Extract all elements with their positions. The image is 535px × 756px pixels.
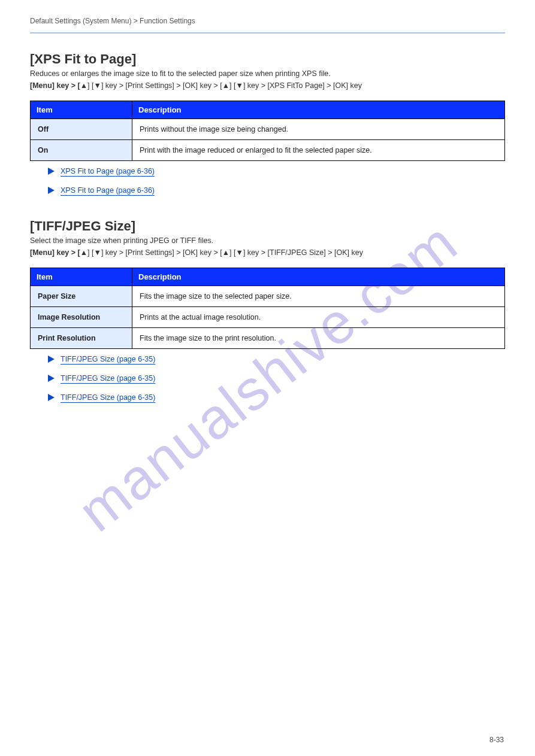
link-row: TIFF/JPEG Size (page 6-35): [48, 355, 505, 363]
page-number: 8-33: [489, 736, 504, 744]
table-tiff: Item Description Paper Size Fits the ima…: [30, 268, 505, 349]
down-arrow-icon: ▼: [236, 81, 243, 90]
cell-key: Image Resolution: [31, 307, 132, 328]
config-text: ] key > [Print Settings] > [OK] key > [: [101, 81, 222, 90]
config-text2: ] key > [TIFF/JPEG Size] > [OK] key: [243, 248, 363, 257]
cross-ref-link[interactable]: XPS Fit to Page (page 6-36): [61, 167, 155, 175]
cross-ref-link[interactable]: TIFF/JPEG Size (page 6-35): [61, 355, 155, 363]
up-arrow-icon: ▲: [80, 248, 87, 257]
section-title-xps: [XPS Fit to Page]: [30, 51, 505, 67]
link-list-tiff: TIFF/JPEG Size (page 6-35) TIFF/JPEG Siz…: [48, 355, 505, 402]
cell-value: Prints at the actual image resolution.: [132, 307, 505, 328]
arrow-icon: [48, 187, 55, 194]
section-desc-tiff: Select the image size when printing JPEG…: [30, 236, 505, 245]
cross-ref-link[interactable]: TIFF/JPEG Size (page 6-35): [61, 374, 155, 382]
table-row: Print Resolution Fits the image size to …: [31, 328, 505, 349]
down-arrow-icon: ▼: [94, 81, 101, 90]
section-title-tiff: [TIFF/JPEG Size]: [30, 218, 505, 234]
th-item: Item: [31, 268, 132, 286]
section-desc-xps: Reduces or enlarges the image size to fi…: [30, 69, 505, 78]
config-path-tiff: [Menu] key > [▲] [▼] key > [Print Settin…: [30, 248, 505, 257]
config-path-xps: [Menu] key > [▲] [▼] key > [Print Settin…: [30, 81, 505, 90]
cell-key: Off: [31, 119, 132, 140]
down-arrow-icon: ▼: [236, 248, 243, 257]
config-label: [Menu] key > [: [30, 81, 80, 90]
arrow-icon: [48, 394, 55, 401]
arrow-icon: [48, 375, 55, 382]
cell-key: Paper Size: [31, 286, 132, 307]
th-description: Description: [132, 268, 505, 286]
cell-value: Fits the image size to the print resolut…: [132, 328, 505, 349]
link-row: XPS Fit to Page (page 6-36): [48, 186, 505, 195]
header-breadcrumb: Default Settings (System Menu) > Functio…: [30, 17, 195, 25]
page-header: Default Settings (System Menu) > Functio…: [30, 17, 505, 29]
config-text2: ] key > [XPS FitTo Page] > [OK] key: [243, 81, 362, 90]
th-item: Item: [31, 101, 132, 119]
cell-value: Fits the image size to the selected pape…: [132, 286, 505, 307]
header-rule: [30, 32, 505, 34]
link-list-xps: XPS Fit to Page (page 6-36) XPS Fit to P…: [48, 167, 505, 195]
cell-key: On: [31, 140, 132, 161]
config-text: ] key > [Print Settings] > [OK] key > [: [101, 248, 222, 257]
cell-key: Print Resolution: [31, 328, 132, 349]
link-row: XPS Fit to Page (page 6-36): [48, 167, 505, 175]
page-content: Default Settings (System Menu) > Functio…: [0, 0, 535, 450]
up-arrow-icon: ▲: [80, 81, 87, 90]
arrow-icon: [48, 356, 55, 363]
table-row: Image Resolution Prints at the actual im…: [31, 307, 505, 328]
table-row: Off Prints without the image size being …: [31, 119, 505, 140]
cross-ref-link[interactable]: XPS Fit to Page (page 6-36): [61, 186, 155, 195]
th-description: Description: [132, 101, 505, 119]
table-row: On Print with the image reduced or enlar…: [31, 140, 505, 161]
down-arrow-icon: ▼: [94, 248, 101, 257]
table-xps: Item Description Off Prints without the …: [30, 101, 505, 161]
table-row: Paper Size Fits the image size to the se…: [31, 286, 505, 307]
arrow-icon: [48, 168, 55, 175]
cell-value: Print with the image reduced or enlarged…: [132, 140, 505, 161]
cell-value: Prints without the image size being chan…: [132, 119, 505, 140]
up-arrow-icon: ▲: [222, 81, 229, 90]
link-row: TIFF/JPEG Size (page 6-35): [48, 374, 505, 382]
up-arrow-icon: ▲: [222, 248, 229, 257]
config-label: [Menu] key > [: [30, 248, 80, 257]
link-row: TIFF/JPEG Size (page 6-35): [48, 393, 505, 402]
cross-ref-link[interactable]: TIFF/JPEG Size (page 6-35): [61, 393, 155, 402]
